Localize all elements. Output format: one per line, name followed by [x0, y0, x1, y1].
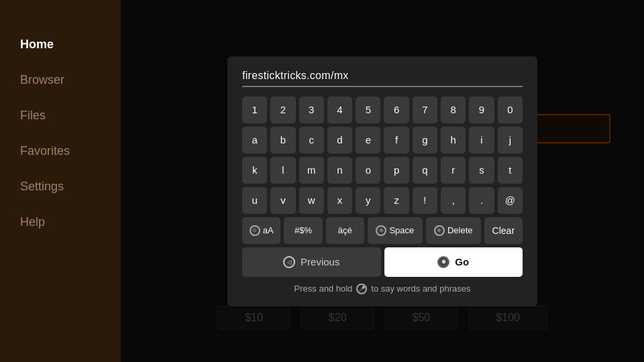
key-m[interactable]: m: [299, 157, 324, 184]
dialog-overlay: firesticktricks.com/mx 1 2 3 4 5 6 7 8 9…: [121, 0, 644, 362]
key-z[interactable]: z: [384, 187, 409, 214]
key-r[interactable]: r: [441, 157, 466, 184]
key-o[interactable]: o: [356, 157, 380, 184]
sidebar: Home Browser Files Favorites Settings He…: [0, 0, 121, 362]
key-3[interactable]: 3: [299, 97, 324, 123]
special-row: ⊙ aA #$% äçé ⊕ Space: [242, 217, 523, 244]
alpha-row-2: k l m n o p q r s t: [242, 157, 523, 184]
sidebar-item-help[interactable]: Help: [0, 204, 121, 240]
key-symbols[interactable]: #$%: [284, 217, 322, 244]
key-v[interactable]: v: [270, 187, 295, 214]
key-i[interactable]: i: [469, 127, 494, 154]
key-s[interactable]: s: [469, 157, 494, 184]
previous-icon: ◁: [283, 256, 295, 268]
voice-hint: Press and hold 🎤 to say words and phrase…: [242, 284, 523, 294]
key-d[interactable]: d: [327, 127, 352, 154]
voice-icon: 🎤: [356, 284, 367, 294]
key-exclaim[interactable]: !: [413, 187, 437, 214]
key-b[interactable]: b: [270, 127, 295, 154]
sidebar-item-files[interactable]: Files: [0, 98, 121, 133]
key-accents[interactable]: äçé: [326, 217, 364, 244]
sidebar-item-favorites[interactable]: Favorites: [0, 133, 121, 169]
sidebar-item-settings[interactable]: Settings: [0, 169, 121, 204]
go-icon: ⊕: [437, 256, 449, 268]
number-row: 1 2 3 4 5 6 7 8 9 0: [242, 97, 523, 123]
key-4[interactable]: 4: [327, 97, 352, 123]
key-period[interactable]: .: [469, 187, 494, 214]
key-delete[interactable]: ⊕ Delete: [426, 217, 481, 244]
url-input-area[interactable]: firesticktricks.com/mx: [242, 70, 523, 87]
key-u[interactable]: u: [242, 187, 267, 214]
key-comma[interactable]: ,: [441, 187, 466, 214]
key-6[interactable]: 6: [384, 97, 409, 123]
key-a[interactable]: a: [242, 127, 267, 154]
key-f[interactable]: f: [384, 127, 409, 154]
sidebar-item-home[interactable]: Home: [0, 27, 121, 62]
key-l[interactable]: l: [270, 157, 295, 184]
key-n[interactable]: n: [327, 157, 352, 184]
key-at[interactable]: @: [498, 187, 523, 214]
voice-hint-text: Press and hold: [294, 284, 353, 294]
key-t[interactable]: t: [498, 157, 523, 184]
main-content: $10 $20 $50 $100 se donation buttons: fi…: [121, 0, 644, 362]
key-e[interactable]: e: [356, 127, 380, 154]
go-button[interactable]: ⊕ Go: [384, 247, 523, 277]
key-w[interactable]: w: [299, 187, 324, 214]
alpha-row-3: u v w x y z ! , . @: [242, 187, 523, 214]
key-x[interactable]: x: [327, 187, 352, 214]
sidebar-item-browser[interactable]: Browser: [0, 62, 121, 98]
keyboard-dialog: firesticktricks.com/mx 1 2 3 4 5 6 7 8 9…: [227, 56, 537, 306]
key-k[interactable]: k: [242, 157, 267, 184]
key-1[interactable]: 1: [242, 97, 267, 123]
key-8[interactable]: 8: [441, 97, 466, 123]
alpha-row-1: a b c d e f g h i j: [242, 127, 523, 154]
key-h[interactable]: h: [441, 127, 466, 154]
key-c[interactable]: c: [299, 127, 324, 154]
key-q[interactable]: q: [413, 157, 437, 184]
key-y[interactable]: y: [356, 187, 380, 214]
key-0[interactable]: 0: [498, 97, 523, 123]
key-g[interactable]: g: [413, 127, 437, 154]
key-9[interactable]: 9: [469, 97, 494, 123]
voice-hint-text2: to say words and phrases: [371, 284, 470, 294]
bottom-buttons: ◁ Previous ⊕ Go: [242, 247, 523, 277]
key-7[interactable]: 7: [413, 97, 437, 123]
key-j[interactable]: j: [498, 127, 523, 154]
key-case-toggle[interactable]: ⊙ aA: [242, 217, 280, 244]
key-5[interactable]: 5: [356, 97, 380, 123]
url-text: firesticktricks.com/mx: [242, 70, 349, 81]
key-clear[interactable]: Clear: [484, 217, 523, 244]
previous-button[interactable]: ◁ Previous: [242, 247, 381, 277]
key-2[interactable]: 2: [270, 97, 295, 123]
keyboard: 1 2 3 4 5 6 7 8 9 0 a b c d e: [242, 97, 523, 244]
key-space[interactable]: ⊕ Space: [368, 217, 423, 244]
key-p[interactable]: p: [384, 157, 409, 184]
